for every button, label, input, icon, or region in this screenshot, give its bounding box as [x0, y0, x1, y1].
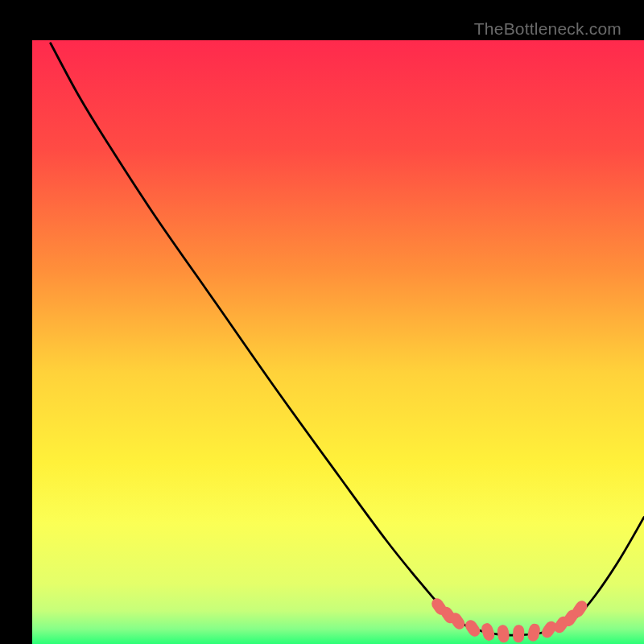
plot-area: [32, 40, 644, 644]
gradient-background: [32, 40, 644, 644]
chart-svg: [32, 40, 644, 644]
chart-frame: TheBottleneck.com: [16, 16, 628, 628]
optimal-marker: [513, 625, 525, 642]
watermark-text: TheBottleneck.com: [474, 19, 621, 39]
